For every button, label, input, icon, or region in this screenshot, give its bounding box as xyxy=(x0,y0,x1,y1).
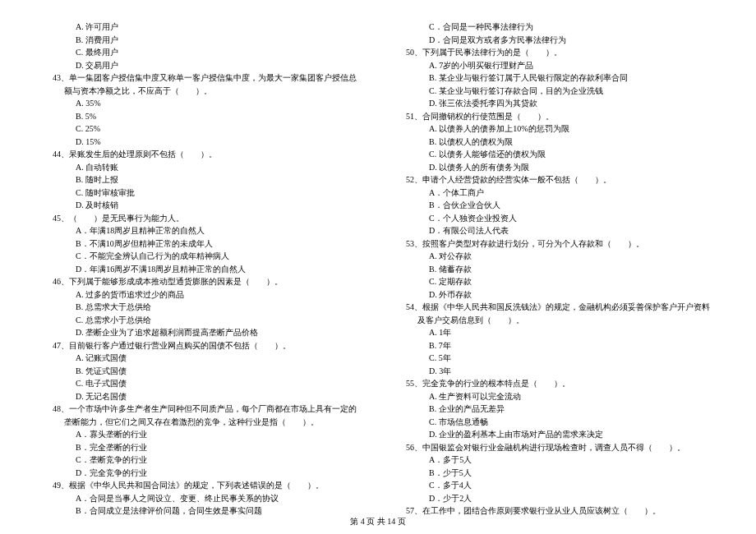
option: A. 许可用户 xyxy=(41,21,362,34)
option: C．垄断竞争的行业 xyxy=(41,453,362,467)
option: D. 交易用户 xyxy=(41,59,362,72)
question-55: 55、完全竞争的行业的根本特点是（ ）。 xyxy=(406,377,715,390)
option: C. 市场信息通畅 xyxy=(394,416,715,429)
option: C．多于4人 xyxy=(394,479,715,492)
option: B. 以债权人的债权为限 xyxy=(394,136,715,149)
page-footer: 第 4 页 共 14 页 xyxy=(0,516,756,527)
option: A. 1年 xyxy=(394,326,715,339)
option: A. 自动转账 xyxy=(41,161,362,174)
option: A. 生产资料可以完全流动 xyxy=(394,390,715,403)
option: A. 以债券人的债券加上10%的惩罚为限 xyxy=(394,122,715,136)
option: D. 垄断企业为了追求超额利润而提高垄断产品价格 xyxy=(41,326,362,339)
option: D. 以债务人的所有债务为限 xyxy=(394,161,715,174)
option: D. 无记名国债 xyxy=(41,390,362,403)
option: B. 随时上报 xyxy=(41,173,362,186)
option: D. 15% xyxy=(41,136,362,149)
question-56: 56、中国银监会对银行业金融机构进行现场检查时，调查人员不得（ ）。 xyxy=(406,441,715,454)
question-44: 44、呆账发生后的处理原则不包括（ ）。 xyxy=(53,148,362,161)
option: D．少于2人 xyxy=(394,492,715,505)
option: D．合同是双方或者多方民事法律行为 xyxy=(394,34,715,47)
question-54: 54、根据《中华人民共和国反洗钱法》的规定，金融机构必须妥善保护客户开户资料及客… xyxy=(406,301,715,326)
option: A. 记账式国债 xyxy=(41,352,362,365)
option: A．年满18周岁且精神正常的自然人 xyxy=(41,224,362,237)
option: C. 电子式国债 xyxy=(41,377,362,390)
option: C．不能完全辨认自己行为的成年精神病人 xyxy=(41,250,362,263)
option: B．少于5人 xyxy=(394,467,715,480)
question-46: 46、下列属于能够形成成本推动型通货膨胀的因素是（ ）。 xyxy=(53,275,362,288)
left-column: A. 许可用户 B. 消费用户 C. 最终用户 D. 交易用户 43、单一集团客… xyxy=(41,21,362,509)
right-column: C．合同是一种民事法律行为 D．合同是双方或者多方民事法律行为 50、下列属于民… xyxy=(394,21,715,509)
option: D. 企业的盈利基本上由市场对产品的需求来决定 xyxy=(394,428,715,441)
option: A．寡头垄断的行业 xyxy=(41,428,362,441)
option: C. 以债务人能够偿还的债权为限 xyxy=(394,148,715,161)
question-52: 52、申请个人经营贷款的经营实体一般不包括（ ）。 xyxy=(406,173,715,186)
question-43: 43、单一集团客户授信集中度又称单一客户授信集中度，为最大一家集团客户授信总额与… xyxy=(53,71,362,97)
option: B．合伙企业合伙人 xyxy=(394,199,715,212)
option: B. 7年 xyxy=(394,339,715,352)
option: C. 5年 xyxy=(394,352,715,365)
option: B．不满10周岁但精神正常的未成年人 xyxy=(41,237,362,251)
option: A．合同是当事人之间设立、变更、终止民事关系的协议 xyxy=(41,492,362,505)
option: A. 过多的货币追求过少的商品 xyxy=(41,288,362,302)
option: D. 及时核销 xyxy=(41,199,362,212)
option: D. 张三依法委托李四为其贷款 xyxy=(394,97,715,110)
option: A. 35% xyxy=(41,97,362,110)
option: B. 企业的产品无差异 xyxy=(394,403,715,416)
option: B. 5% xyxy=(41,110,362,123)
option: A．个体工商户 xyxy=(394,186,715,200)
content-columns: A. 许可用户 B. 消费用户 C. 最终用户 D. 交易用户 43、单一集团客… xyxy=(41,21,715,509)
question-48: 48、一个市场中许多生产者生产同种但不同质产品，每个厂商都在市场上具有一定的垄断… xyxy=(53,403,362,428)
option: A. 对公存款 xyxy=(394,250,715,263)
option: B. 消费用户 xyxy=(41,34,362,47)
option: B. 储蓄存款 xyxy=(394,263,715,276)
option: A. 7岁的小明买银行理财产品 xyxy=(394,59,715,72)
question-49: 49、根据《中华人民共和国合同法》的规定，下列表述错误的是（ ）。 xyxy=(53,479,362,492)
option: C. 最终用户 xyxy=(41,46,362,59)
option: D. 外币存款 xyxy=(394,288,715,302)
option: B. 某企业与银行签订属于人民银行限定的存款利率合同 xyxy=(394,71,715,85)
question-50: 50、下列属于民事法律行为的是（ ）。 xyxy=(406,46,715,59)
option: C．个人独资企业投资人 xyxy=(394,212,715,225)
option: B．完全垄断的行业 xyxy=(41,441,362,454)
option: D．有限公司法人代表 xyxy=(394,224,715,237)
option: C. 定期存款 xyxy=(394,275,715,288)
option: B. 凭证式国债 xyxy=(41,365,362,378)
option: D．年满16周岁不满18周岁且精神正常的自然人 xyxy=(41,263,362,276)
question-45: 45、（ ）是无民事行为能力人。 xyxy=(53,212,362,225)
option: B. 总需求大于总供给 xyxy=(41,301,362,314)
option: D．完全竞争的行业 xyxy=(41,467,362,480)
option: A．多于5人 xyxy=(394,453,715,467)
option: C. 某企业与银行签订存款合同，目的为企业洗钱 xyxy=(394,85,715,98)
option: C．合同是一种民事法律行为 xyxy=(394,21,715,34)
option: C. 随时审核审批 xyxy=(41,186,362,200)
question-53: 53、按照客户类型对存款进行划分，可分为个人存款和（ ）。 xyxy=(406,237,715,251)
option: C. 25% xyxy=(41,122,362,136)
option: C. 总需求小于总供给 xyxy=(41,314,362,327)
question-47: 47、目前银行客户通过银行营业网点购买的国债不包括（ ）。 xyxy=(53,339,362,352)
question-51: 51、合同撤销权的行使范围是（ ）。 xyxy=(406,110,715,123)
option: D. 3年 xyxy=(394,365,715,378)
